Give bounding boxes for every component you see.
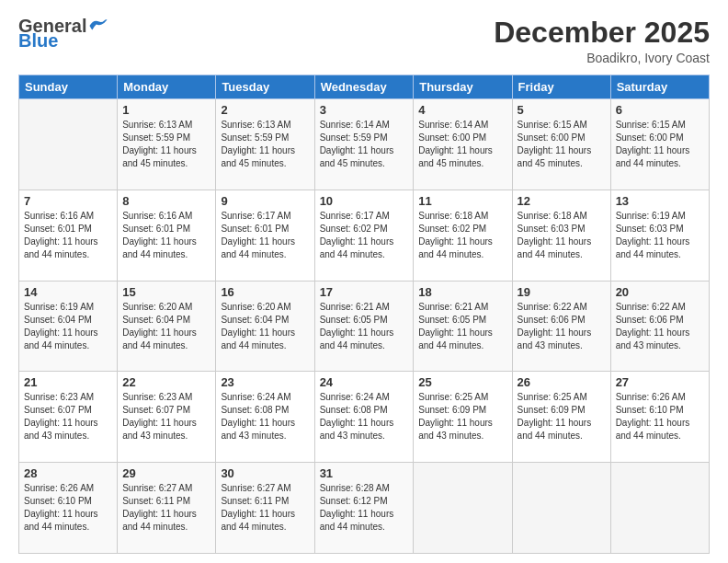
day-info: Sunrise: 6:28 AM Sunset: 6:12 PM Dayligh… bbox=[320, 482, 409, 534]
day-info: Sunrise: 6:16 AM Sunset: 6:01 PM Dayligh… bbox=[24, 210, 112, 261]
day-info: Sunrise: 6:25 AM Sunset: 6:09 PM Dayligh… bbox=[418, 391, 506, 442]
day-number: 13 bbox=[616, 194, 704, 208]
day-info: Sunrise: 6:13 AM Sunset: 5:59 PM Dayligh… bbox=[122, 119, 210, 170]
day-info: Sunrise: 6:26 AM Sunset: 6:10 PM Dayligh… bbox=[616, 391, 704, 442]
main-title: December 2025 bbox=[494, 17, 710, 49]
calendar-cell: 18Sunrise: 6:21 AM Sunset: 6:05 PM Dayli… bbox=[414, 281, 512, 372]
day-number: 25 bbox=[418, 375, 506, 389]
title-block: December 2025 Boadikro, Ivory Coast bbox=[494, 17, 710, 65]
calendar-cell: 11Sunrise: 6:18 AM Sunset: 6:02 PM Dayli… bbox=[414, 190, 512, 281]
day-number: 14 bbox=[24, 285, 112, 299]
subtitle: Boadikro, Ivory Coast bbox=[494, 51, 710, 65]
logo-blue: Blue bbox=[18, 31, 108, 50]
calendar-cell: 16Sunrise: 6:20 AM Sunset: 6:04 PM Dayli… bbox=[216, 281, 314, 372]
days-of-week-row: SundayMondayTuesdayWednesdayThursdayFrid… bbox=[19, 75, 710, 99]
day-number: 17 bbox=[320, 285, 409, 299]
day-info: Sunrise: 6:19 AM Sunset: 6:03 PM Dayligh… bbox=[616, 210, 704, 261]
calendar-cell: 12Sunrise: 6:18 AM Sunset: 6:03 PM Dayli… bbox=[512, 190, 610, 281]
day-number: 22 bbox=[122, 375, 210, 389]
day-number: 20 bbox=[616, 285, 704, 299]
calendar-cell: 4Sunrise: 6:14 AM Sunset: 6:00 PM Daylig… bbox=[414, 99, 512, 190]
calendar-week-row: 21Sunrise: 6:23 AM Sunset: 6:07 PM Dayli… bbox=[19, 372, 710, 463]
day-number: 1 bbox=[122, 103, 210, 117]
calendar-week-row: 7Sunrise: 6:16 AM Sunset: 6:01 PM Daylig… bbox=[19, 190, 710, 281]
calendar-cell bbox=[512, 463, 610, 554]
calendar-cell: 27Sunrise: 6:26 AM Sunset: 6:10 PM Dayli… bbox=[610, 372, 709, 463]
day-number: 21 bbox=[24, 375, 112, 389]
day-of-week-header: Friday bbox=[512, 75, 610, 99]
calendar-cell: 3Sunrise: 6:14 AM Sunset: 5:59 PM Daylig… bbox=[314, 99, 414, 190]
calendar-cell: 8Sunrise: 6:16 AM Sunset: 6:01 PM Daylig… bbox=[118, 190, 216, 281]
day-info: Sunrise: 6:24 AM Sunset: 6:08 PM Dayligh… bbox=[320, 391, 409, 442]
day-number: 29 bbox=[122, 466, 210, 480]
day-number: 18 bbox=[418, 285, 506, 299]
day-info: Sunrise: 6:18 AM Sunset: 6:03 PM Dayligh… bbox=[518, 210, 606, 261]
day-of-week-header: Saturday bbox=[610, 75, 709, 99]
day-number: 26 bbox=[518, 375, 606, 389]
day-info: Sunrise: 6:18 AM Sunset: 6:02 PM Dayligh… bbox=[418, 210, 506, 261]
day-info: Sunrise: 6:23 AM Sunset: 6:07 PM Dayligh… bbox=[122, 391, 210, 442]
day-number: 2 bbox=[221, 103, 309, 117]
day-info: Sunrise: 6:15 AM Sunset: 6:00 PM Dayligh… bbox=[616, 119, 704, 170]
calendar-body: 1Sunrise: 6:13 AM Sunset: 5:59 PM Daylig… bbox=[19, 99, 710, 554]
day-info: Sunrise: 6:14 AM Sunset: 5:59 PM Dayligh… bbox=[320, 119, 409, 170]
calendar-week-row: 14Sunrise: 6:19 AM Sunset: 6:04 PM Dayli… bbox=[19, 281, 710, 372]
calendar-cell: 23Sunrise: 6:24 AM Sunset: 6:08 PM Dayli… bbox=[216, 372, 314, 463]
day-number: 10 bbox=[320, 194, 409, 208]
calendar-cell: 14Sunrise: 6:19 AM Sunset: 6:04 PM Dayli… bbox=[19, 281, 118, 372]
calendar-cell bbox=[610, 463, 709, 554]
logo-name: General Blue bbox=[18, 17, 108, 50]
page: General Blue December 2025 Boadikro, Ivo… bbox=[0, 0, 728, 563]
calendar-cell bbox=[414, 463, 512, 554]
day-number: 5 bbox=[518, 103, 606, 117]
calendar-cell bbox=[19, 99, 118, 190]
day-info: Sunrise: 6:27 AM Sunset: 6:11 PM Dayligh… bbox=[122, 482, 210, 534]
day-info: Sunrise: 6:17 AM Sunset: 6:01 PM Dayligh… bbox=[221, 210, 309, 261]
calendar-cell: 31Sunrise: 6:28 AM Sunset: 6:12 PM Dayli… bbox=[314, 463, 414, 554]
calendar-cell: 26Sunrise: 6:25 AM Sunset: 6:09 PM Dayli… bbox=[512, 372, 610, 463]
day-info: Sunrise: 6:23 AM Sunset: 6:07 PM Dayligh… bbox=[24, 391, 112, 442]
day-info: Sunrise: 6:26 AM Sunset: 6:10 PM Dayligh… bbox=[24, 482, 112, 534]
day-info: Sunrise: 6:25 AM Sunset: 6:09 PM Dayligh… bbox=[518, 391, 606, 442]
day-info: Sunrise: 6:16 AM Sunset: 6:01 PM Dayligh… bbox=[122, 210, 210, 261]
day-number: 23 bbox=[221, 375, 309, 389]
day-of-week-header: Tuesday bbox=[216, 75, 314, 99]
day-info: Sunrise: 6:22 AM Sunset: 6:06 PM Dayligh… bbox=[616, 301, 704, 352]
day-info: Sunrise: 6:19 AM Sunset: 6:04 PM Dayligh… bbox=[24, 301, 112, 352]
day-number: 28 bbox=[24, 466, 112, 480]
day-number: 11 bbox=[418, 194, 506, 208]
day-number: 6 bbox=[616, 103, 704, 117]
day-info: Sunrise: 6:27 AM Sunset: 6:11 PM Dayligh… bbox=[221, 482, 309, 534]
calendar-cell: 29Sunrise: 6:27 AM Sunset: 6:11 PM Dayli… bbox=[118, 463, 216, 554]
day-info: Sunrise: 6:20 AM Sunset: 6:04 PM Dayligh… bbox=[122, 301, 210, 352]
day-info: Sunrise: 6:21 AM Sunset: 6:05 PM Dayligh… bbox=[320, 301, 409, 352]
calendar-cell: 28Sunrise: 6:26 AM Sunset: 6:10 PM Dayli… bbox=[19, 463, 118, 554]
day-number: 15 bbox=[122, 285, 210, 299]
day-info: Sunrise: 6:15 AM Sunset: 6:00 PM Dayligh… bbox=[518, 119, 606, 170]
day-number: 3 bbox=[320, 103, 409, 117]
day-number: 30 bbox=[221, 466, 309, 480]
day-info: Sunrise: 6:14 AM Sunset: 6:00 PM Dayligh… bbox=[418, 119, 506, 170]
calendar-cell: 1Sunrise: 6:13 AM Sunset: 5:59 PM Daylig… bbox=[118, 99, 216, 190]
day-number: 8 bbox=[122, 194, 210, 208]
day-info: Sunrise: 6:22 AM Sunset: 6:06 PM Dayligh… bbox=[518, 301, 606, 352]
day-info: Sunrise: 6:17 AM Sunset: 6:02 PM Dayligh… bbox=[320, 210, 409, 261]
logo: General Blue bbox=[18, 17, 108, 50]
calendar-week-row: 28Sunrise: 6:26 AM Sunset: 6:10 PM Dayli… bbox=[19, 463, 710, 554]
calendar-header: SundayMondayTuesdayWednesdayThursdayFrid… bbox=[19, 75, 710, 99]
calendar-cell: 30Sunrise: 6:27 AM Sunset: 6:11 PM Dayli… bbox=[216, 463, 314, 554]
day-number: 31 bbox=[320, 466, 409, 480]
day-of-week-header: Sunday bbox=[19, 75, 118, 99]
day-number: 9 bbox=[221, 194, 309, 208]
day-number: 27 bbox=[616, 375, 704, 389]
calendar-table: SundayMondayTuesdayWednesdayThursdayFrid… bbox=[18, 75, 710, 554]
calendar-cell: 19Sunrise: 6:22 AM Sunset: 6:06 PM Dayli… bbox=[512, 281, 610, 372]
day-info: Sunrise: 6:13 AM Sunset: 5:59 PM Dayligh… bbox=[221, 119, 309, 170]
day-number: 12 bbox=[518, 194, 606, 208]
day-number: 16 bbox=[221, 285, 309, 299]
calendar-cell: 13Sunrise: 6:19 AM Sunset: 6:03 PM Dayli… bbox=[610, 190, 709, 281]
calendar-cell: 25Sunrise: 6:25 AM Sunset: 6:09 PM Dayli… bbox=[414, 372, 512, 463]
calendar-cell: 10Sunrise: 6:17 AM Sunset: 6:02 PM Dayli… bbox=[314, 190, 414, 281]
calendar-cell: 2Sunrise: 6:13 AM Sunset: 5:59 PM Daylig… bbox=[216, 99, 314, 190]
day-of-week-header: Monday bbox=[118, 75, 216, 99]
